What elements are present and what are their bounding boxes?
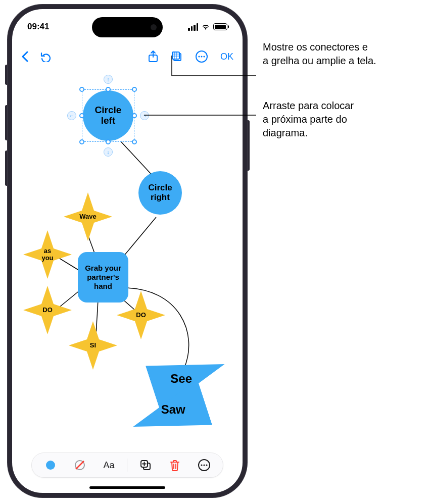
status-time: 09:41 (27, 22, 49, 32)
cellular-icon (188, 23, 198, 31)
callout-drag-connector: Arraste para colocar a próxima parte do … (263, 99, 354, 140)
battery-icon (213, 23, 227, 30)
wifi-icon (201, 23, 210, 30)
callout-canvas-options: Mostre os conectores e a grelha ou ampli… (263, 40, 376, 68)
dynamic-island (92, 17, 163, 37)
